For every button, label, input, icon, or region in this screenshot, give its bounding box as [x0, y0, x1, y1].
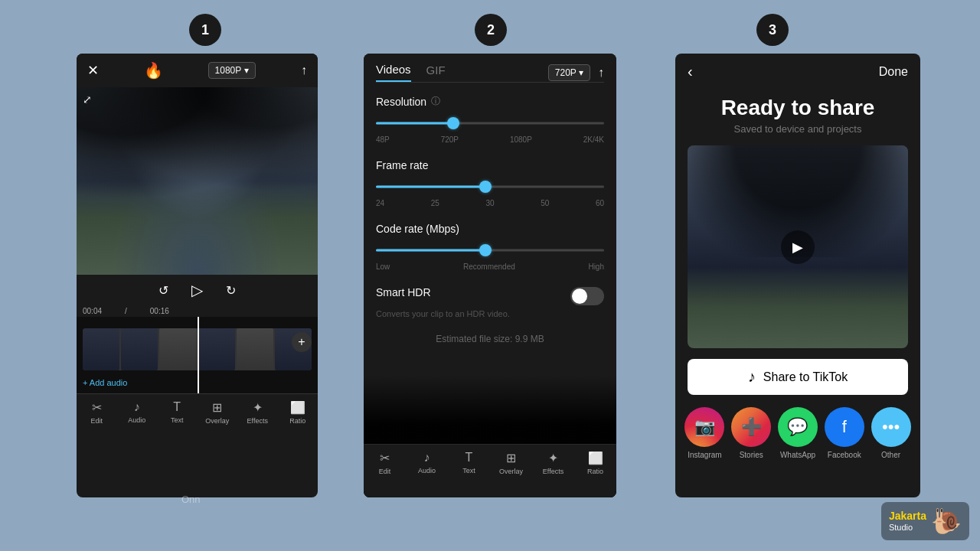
step3-circle: 3 [756, 14, 789, 46]
s2-toolbar-effects[interactable]: ✦ Effects [532, 451, 574, 497]
res-mark-1: 720P [441, 135, 459, 144]
step2-number: 2 [487, 22, 495, 38]
done-button[interactable]: Done [879, 65, 908, 79]
s2-edit-label: Edit [379, 468, 391, 475]
chevron-icon: ▾ [579, 67, 583, 78]
effects-icon: ✦ [253, 400, 263, 415]
resolution-slider[interactable] [376, 116, 604, 131]
resolution-label-s1: 1080P [215, 65, 242, 76]
smart-hdr-setting: Smart HDR Converts your clip to an HDR v… [376, 286, 604, 318]
resolution-slider-labels: 48P 720P 1080P 2K/4K [376, 135, 604, 144]
jakarta-line1: Jakarta [889, 510, 926, 523]
header-right: 720P ▾ ↑ [548, 64, 604, 81]
whatsapp-label: WhatsApp [780, 451, 815, 459]
s2-ratio-label: Ratio [587, 468, 603, 475]
toolbar-text[interactable]: T Text [157, 400, 198, 425]
add-audio-button[interactable]: + Add audio [83, 378, 127, 387]
tab-videos[interactable]: Videos [376, 63, 411, 82]
framerate-slider-thumb[interactable] [479, 181, 492, 193]
bottom-toolbar: ✂ Edit ♪ Audio T Text ⊞ Overlay ✦ Effect… [77, 393, 318, 428]
ratio-icon: ⬜ [290, 400, 305, 415]
onn-label: Onn [181, 494, 201, 505]
toolbar-overlay[interactable]: ⊞ Overlay [198, 400, 238, 425]
toolbar-audio[interactable]: ♪ Audio [117, 400, 158, 425]
text-icon: T [173, 400, 181, 414]
play-button[interactable]: ▷ [191, 281, 203, 299]
overlay-label: Overlay [205, 417, 229, 425]
res-badge-s2[interactable]: 720P ▾ [548, 64, 590, 81]
instagram-icon: 📷 [684, 407, 724, 447]
close-icon[interactable]: ✕ [87, 62, 99, 79]
toolbar-ratio[interactable]: ⬜ Ratio [278, 400, 318, 425]
timeline-header: 00:04 / 00:16 [77, 305, 318, 317]
coderate-text: Code rate (Mbps) [376, 223, 459, 235]
overlay-icon: ⊞ [212, 400, 222, 415]
res-mark-3: 2K/4K [583, 135, 604, 144]
smart-hdr-toggle[interactable] [570, 287, 604, 305]
edit-icon: ✂ [92, 400, 102, 415]
jakarta-studio-name-1: Jakarta [889, 510, 926, 522]
coderate-slider-labels: Low Recommended High [376, 262, 604, 271]
fr-mark-1: 25 [431, 199, 439, 207]
resolution-slider-track [376, 122, 604, 125]
cr-mark-1: Recommended [463, 262, 515, 271]
step2-circle: 2 [475, 14, 507, 46]
framerate-setting-label: Frame rate [376, 159, 604, 171]
social-instagram[interactable]: 📷 Instagram [684, 407, 724, 459]
play-overlay[interactable]: ▶ [781, 230, 815, 264]
social-whatsapp[interactable]: 💬 WhatsApp [778, 407, 818, 459]
timeline-scrubber[interactable] [198, 317, 199, 393]
screen1: ✕ 🔥 1080P ▾ ↑ ⤢ ↺ ▷ ↻ 00:04 / 00:16 [77, 54, 318, 497]
smart-hdr-desc: Converts your clip to an HDR video. [376, 309, 604, 318]
share-tiktok-button[interactable]: ♪ Share to TikTok [688, 359, 908, 395]
estimated-size: Estimated file size: 9.9 MB [376, 334, 604, 344]
coderate-slider-thumb[interactable] [479, 244, 492, 256]
audio-label: Audio [128, 416, 145, 424]
social-stories[interactable]: ➕ Stories [731, 407, 771, 459]
resolution-slider-thumb[interactable] [447, 117, 459, 129]
timeline-area[interactable]: + + Add audio [77, 317, 318, 393]
resolution-setting: Resolution ⓘ 48P 720P 1080P 2K/4K [376, 95, 604, 144]
add-track-button[interactable]: + [292, 332, 312, 352]
upload-icon-s2[interactable]: ↑ [598, 66, 604, 80]
toolbar-effects[interactable]: ✦ Effects [237, 400, 278, 425]
social-other[interactable]: ••• Other [871, 407, 911, 459]
social-facebook[interactable]: f Facebook [825, 407, 864, 459]
other-label: Other [881, 451, 900, 459]
jakarta-studio-logo: Jakarta Studio 🐌 [881, 502, 969, 540]
resolution-badge-s2: 720P [555, 67, 577, 78]
redo-button[interactable]: ↻ [226, 283, 236, 298]
share-title: Ready to share [675, 96, 920, 120]
tree-overlay [77, 87, 318, 200]
expand-icon[interactable]: ⤢ [83, 93, 92, 106]
time-current: 00:04 [83, 307, 102, 315]
undo-button[interactable]: ↺ [158, 283, 168, 298]
s2-toolbar-text[interactable]: T Text [448, 451, 490, 497]
ratio-label: Ratio [289, 417, 305, 425]
effects-label: Effects [247, 417, 268, 425]
resolution-badge[interactable]: 1080P ▾ [208, 62, 256, 79]
upload-icon[interactable]: ↑ [301, 64, 307, 77]
coderate-slider[interactable] [376, 243, 604, 258]
share-tiktok-label: Share to TikTok [763, 370, 848, 384]
share-subtitle: Saved to device and projects [675, 123, 920, 135]
instagram-label: Instagram [688, 451, 721, 459]
framerate-slider[interactable] [376, 179, 604, 194]
step3-number: 3 [769, 22, 776, 38]
screen2-bottom-toolbar: ✂ Edit ♪ Audio T Text ⊞ Overlay ✦ Effect… [364, 444, 616, 497]
s2-toolbar-audio[interactable]: ♪ Audio [406, 451, 448, 497]
toolbar-edit[interactable]: ✂ Edit [77, 400, 117, 425]
s2-toolbar-edit[interactable]: ✂ Edit [364, 451, 406, 497]
resolution-text: Resolution [376, 96, 426, 108]
tab-gif[interactable]: GIF [426, 64, 446, 81]
framerate-slider-fill [376, 186, 485, 188]
back-button[interactable]: ‹ [688, 63, 693, 80]
framerate-slider-labels: 24 25 30 50 60 [376, 199, 604, 207]
s2-toolbar-ratio[interactable]: ⬜ Ratio [574, 451, 616, 497]
facebook-icon: f [825, 407, 864, 447]
res-mark-2: 1080P [510, 135, 532, 144]
s2-overlay-label: Overlay [499, 468, 523, 475]
fr-mark-4: 60 [596, 199, 604, 207]
s2-toolbar-overlay[interactable]: ⊞ Overlay [490, 451, 532, 497]
tiktok-icon: ♪ [748, 368, 756, 386]
